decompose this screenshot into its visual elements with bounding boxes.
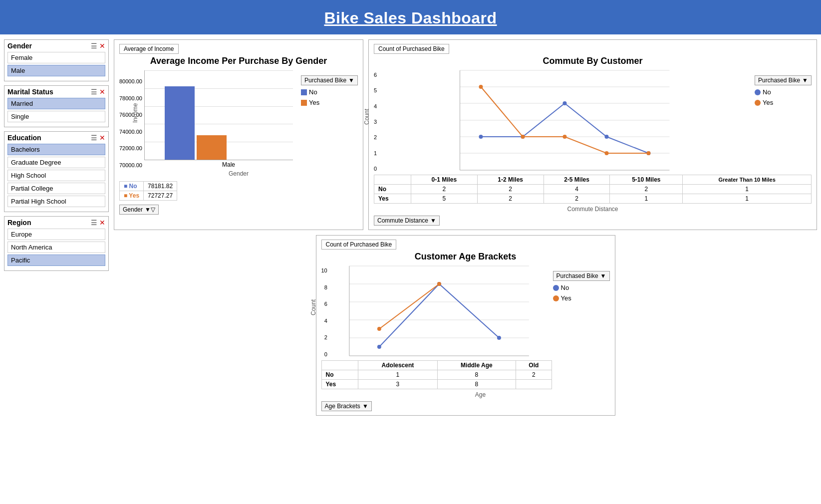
charts-area: Average of Income Average Income Per Pur… <box>114 39 817 416</box>
income-table-yes-label: ■ Yes <box>120 191 144 201</box>
education-item-bachelors[interactable]: Bachelors <box>7 144 105 155</box>
gender-sort-icon[interactable]: ☰ <box>91 42 97 50</box>
age-x-axis-label: Age <box>351 391 610 398</box>
commute-no-point-3 <box>563 101 567 105</box>
main-layout: Gender ☰ ✕ Female Male Marital Status ☰ … <box>0 34 821 421</box>
commute-x-axis-label: Commute Distance <box>374 206 812 213</box>
commute-row-yes-v5: 1 <box>683 194 812 204</box>
marital-status-filter: Marital Status ☰ ✕ Married Single <box>4 85 109 127</box>
age-chart-title: Customer Age Brackets <box>321 252 610 262</box>
commute-legend-no-label: No <box>763 88 771 96</box>
commute-header-01: 0-1 Miles <box>411 175 477 185</box>
gender-item-male[interactable]: Male <box>7 65 105 76</box>
gender-clear-icon[interactable]: ✕ <box>99 42 105 50</box>
commute-yes-point-1 <box>479 85 483 89</box>
education-item-graduate[interactable]: Graduate Degree <box>7 157 105 168</box>
commute-row-no-v5: 1 <box>683 185 812 194</box>
commute-chart-box: Count of Purchased Bike Commute By Custo… <box>368 39 817 230</box>
age-row-yes-v2: 8 <box>437 380 516 389</box>
commute-filter-row: Commute Distance ▼ <box>374 216 812 226</box>
region-clear-icon[interactable]: ✕ <box>99 219 105 227</box>
age-y-0: 0 <box>321 351 327 357</box>
commute-dropdown-arrow: ▼ <box>802 77 808 84</box>
gender-filter-header: Gender ☰ ✕ <box>7 42 105 50</box>
age-header-old: Old <box>516 361 551 370</box>
age-row-no-label: No <box>321 370 358 380</box>
education-item-partial-highschool[interactable]: Partial High School <box>7 196 105 207</box>
income-y-axis-label: Income <box>132 103 139 123</box>
education-item-partial-college[interactable]: Partial College <box>7 183 105 194</box>
region-filter-header: Region ☰ ✕ <box>7 219 105 227</box>
commute-legend-no-dot <box>755 89 761 95</box>
marital-item-single[interactable]: Single <box>7 111 105 122</box>
income-chart-title: Average Income Per Purchase By Gender <box>119 56 358 66</box>
age-header-middle: Middle Age <box>437 361 516 370</box>
commute-row-yes-v2: 2 <box>477 194 544 204</box>
income-x-axis-label: Gender <box>119 170 358 177</box>
commute-yes-point-2 <box>521 135 525 139</box>
commute-no-point-4 <box>605 135 609 139</box>
region-filter-title: Region <box>7 219 31 227</box>
commute-header-510: 5-10 Miles <box>610 175 683 185</box>
education-item-highschool[interactable]: High School <box>7 170 105 181</box>
commute-yes-point-5 <box>647 151 651 155</box>
region-item-north-america[interactable]: North America <box>7 242 105 253</box>
education-clear-icon[interactable]: ✕ <box>99 134 105 142</box>
region-item-pacific[interactable]: Pacific <box>7 254 105 266</box>
age-filter-dropdown[interactable]: Age Brackets ▼ <box>321 401 372 411</box>
income-chart-tag: Average of Income <box>119 44 179 54</box>
age-no-point-3 <box>497 336 501 340</box>
age-no-point-1 <box>377 345 381 349</box>
gender-item-female[interactable]: Female <box>7 52 105 63</box>
age-y-axis-label: Count <box>310 299 317 315</box>
age-filter-row: Age Brackets ▼ <box>321 401 610 411</box>
income-legend-no: No <box>301 88 317 96</box>
marital-sort-icon[interactable]: ☰ <box>91 88 97 96</box>
commute-row-no-label: No <box>374 185 411 194</box>
age-y-10: 10 <box>321 267 327 273</box>
legend-no-label: No <box>309 88 317 96</box>
commute-row-yes-v3: 2 <box>544 194 610 204</box>
commute-y-3: 3 <box>374 119 377 125</box>
commute-header-25: 2-5 Miles <box>544 175 610 185</box>
age-yes-line <box>379 284 439 329</box>
region-item-europe[interactable]: Europe <box>7 229 105 240</box>
commute-legend-label: Purchased Bike <box>758 77 800 84</box>
commute-yes-point-4 <box>605 151 609 155</box>
education-sort-icon[interactable]: ☰ <box>91 134 97 142</box>
commute-legend-yes-label: Yes <box>763 99 773 106</box>
marital-item-married[interactable]: Married <box>7 98 105 109</box>
income-legend-dropdown[interactable]: Purchased Bike ▼ <box>301 75 358 85</box>
income-filter-dropdown[interactable]: Gender ▼▽ <box>119 205 159 215</box>
commute-chart-tag: Count of Purchased Bike <box>374 44 449 54</box>
commute-row-no-v4: 2 <box>610 185 683 194</box>
commute-chart-title: Commute By Customer <box>374 56 812 66</box>
income-legend-label: Purchased Bike <box>304 77 346 84</box>
commute-legend-yes: Yes <box>755 99 773 106</box>
commute-row-no-v3: 4 <box>544 185 610 194</box>
region-sort-icon[interactable]: ☰ <box>91 219 97 227</box>
income-data-table: ■ No 78181.82 ■ Yes 72727.27 <box>119 181 177 201</box>
income-filter-row: Gender ▼▽ <box>119 205 358 215</box>
age-legend-dropdown[interactable]: Purchased Bike ▼ <box>553 271 610 281</box>
income-filter-label: Gender <box>123 206 143 213</box>
age-row-no-v3: 2 <box>516 370 551 380</box>
age-row-no-v1: 1 <box>358 370 437 380</box>
commute-y-0: 0 <box>374 166 377 172</box>
education-filter: Education ☰ ✕ Bachelors Graduate Degree … <box>4 131 109 212</box>
commute-filter-label: Commute Distance <box>377 217 428 224</box>
marital-clear-icon[interactable]: ✕ <box>99 88 105 96</box>
legend-no-dot <box>301 89 307 95</box>
commute-row-no-v1: 2 <box>411 185 477 194</box>
age-legend-no-label: No <box>561 284 569 291</box>
income-legend-yes: Yes <box>301 99 319 106</box>
income-table-yes-value: 72727.27 <box>144 191 177 201</box>
page-title: Bike Sales Dashboard <box>0 9 821 27</box>
age-row-yes-label: Yes <box>321 380 358 389</box>
commute-header-10plus: Greater Than 10 Miles <box>683 175 812 185</box>
commute-legend-dropdown[interactable]: Purchased Bike ▼ <box>755 75 812 85</box>
gender-filter: Gender ☰ ✕ Female Male <box>4 39 109 81</box>
commute-filter-dropdown[interactable]: Commute Distance ▼ <box>374 216 440 226</box>
age-filter-arrow: ▼ <box>362 403 368 410</box>
gender-filter-title: Gender <box>7 42 32 50</box>
